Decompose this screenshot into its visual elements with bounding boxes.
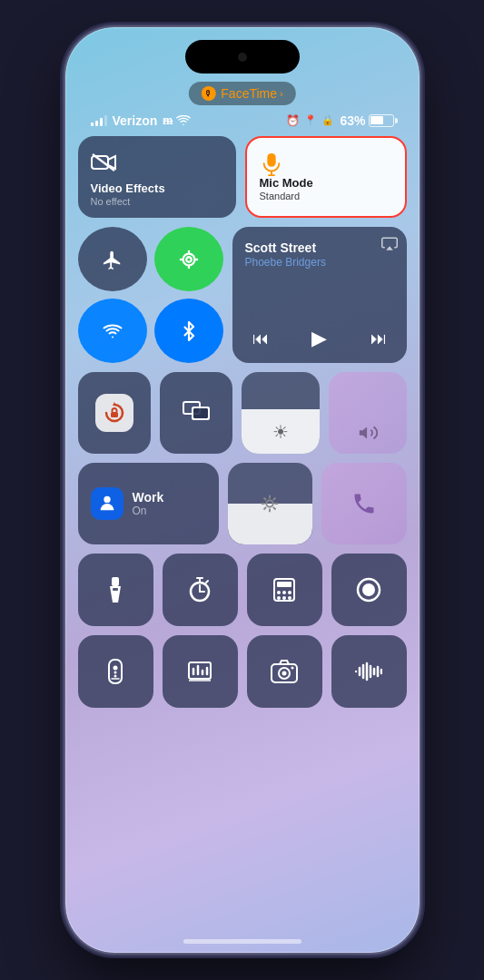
brightness-tile[interactable]: ☀ (242, 372, 320, 454)
facetime-mic-icon: 🎙 (201, 86, 215, 101)
soundcheck-tile[interactable] (331, 635, 407, 708)
svg-point-6 (186, 257, 192, 262)
flashlight-icon (105, 577, 125, 603)
soundcheck-icon (355, 662, 382, 681)
video-effects-subtitle: No effect (91, 196, 223, 207)
battery-percent: 63% (340, 113, 365, 128)
mic-mode-title: Mic Mode (260, 176, 392, 191)
artist-name: Phoebe Bridgers (245, 256, 394, 269)
cellular-button[interactable] (154, 227, 223, 291)
flashlight-tile[interactable] (78, 554, 153, 626)
svg-line-25 (273, 497, 276, 500)
timer-tile[interactable] (163, 554, 238, 626)
work-on-tile[interactable]: Work On (78, 463, 219, 544)
row-mid: Scott Street Phoebe Bridgers ⏮ ▶ ⏭ (78, 227, 407, 363)
airplane-mode-button[interactable] (78, 227, 147, 291)
person-icon (97, 494, 117, 514)
analytics-tile[interactable] (163, 635, 238, 708)
svg-rect-27 (112, 577, 119, 586)
svg-rect-15 (193, 407, 209, 419)
svg-point-39 (282, 591, 286, 594)
screen-record-tile[interactable] (331, 554, 407, 626)
phone-shell: 🎙 FaceTime › Verizon ᵯ︎ (65, 27, 420, 953)
work-text: Work On (133, 490, 164, 517)
facetime-label: FaceTime › (221, 86, 282, 101)
svg-marker-11 (386, 246, 393, 250)
svg-point-45 (362, 583, 375, 596)
calculator-icon (272, 577, 296, 603)
dynamic-island (185, 40, 300, 74)
screen-mirror-tile[interactable] (160, 372, 232, 454)
svg-line-23 (264, 497, 267, 500)
signal-bars (91, 115, 107, 126)
video-effects-tile[interactable]: Video Effects No effect (78, 136, 236, 218)
signal-bar-2 (95, 121, 98, 126)
camera-tile[interactable] (247, 635, 322, 708)
alarm-icon: ⏰ (286, 114, 300, 127)
phone-icon (351, 491, 377, 516)
svg-point-59 (282, 671, 287, 676)
connectivity-grid (78, 227, 223, 363)
remote-icon (107, 659, 123, 684)
airplay-icon[interactable] (381, 236, 398, 255)
svg-point-5 (183, 253, 194, 265)
svg-rect-2 (267, 153, 275, 167)
facetime-pill[interactable]: 🎙 FaceTime › (188, 82, 295, 105)
wifi-icon (176, 115, 191, 126)
lock-rotation-icon (103, 401, 126, 425)
status-left: Verizon ᵯ︎ (91, 113, 192, 128)
lock-status-icon: 🔒 (321, 114, 334, 126)
wifi-toggle-button[interactable] (78, 299, 147, 363)
wifi-toggle-icon (103, 323, 123, 339)
work-avatar (91, 487, 123, 520)
signal-bar-4 (104, 115, 107, 126)
music-info: Scott Street Phoebe Bridgers (245, 240, 394, 269)
song-title: Scott Street (245, 240, 394, 256)
airplay-svg (381, 236, 398, 252)
play-button[interactable]: ▶ (311, 327, 327, 350)
svg-point-41 (277, 596, 281, 600)
volume-icon (358, 423, 378, 443)
svg-point-42 (282, 596, 286, 600)
music-tile[interactable]: Scott Street Phoebe Bridgers ⏮ ▶ ⏭ (232, 227, 407, 363)
facetime-chevron: › (280, 88, 283, 99)
svg-rect-29 (113, 588, 118, 591)
camera-icon (271, 660, 298, 683)
svg-line-24 (273, 507, 276, 510)
svg-point-43 (288, 596, 291, 600)
svg-point-38 (277, 591, 281, 594)
calculator-tile[interactable] (247, 554, 322, 626)
status-bar: Verizon ᵯ︎ ⏰ 📍 🔒 63% (65, 113, 420, 128)
remote-tile[interactable] (78, 635, 153, 708)
orientation-lock-tile[interactable] (78, 372, 151, 454)
svg-rect-0 (92, 156, 108, 169)
svg-line-35 (206, 581, 208, 583)
video-effects-icon (91, 152, 223, 178)
orientation-lock-icon (95, 394, 133, 432)
home-indicator (183, 939, 301, 944)
video-effects-title: Video Effects (91, 181, 223, 196)
brightness-icon: ☀ (272, 421, 289, 443)
brightness-sun-icon (260, 494, 280, 514)
volume-tile[interactable] (329, 372, 407, 454)
row-icons-2 (78, 635, 407, 708)
mic-mode-tile[interactable]: Mic Mode Standard (245, 136, 407, 218)
rewind-button[interactable]: ⏮ (252, 329, 269, 348)
analytics-icon (187, 661, 212, 682)
bluetooth-icon (181, 321, 197, 341)
fast-forward-button[interactable]: ⏭ (370, 329, 387, 348)
bluetooth-button[interactable] (154, 299, 223, 363)
screen-mirror-icon (183, 401, 210, 425)
svg-rect-12 (111, 412, 118, 417)
signal-bar-3 (100, 118, 103, 126)
row-work: Work On (78, 463, 407, 544)
status-icons: ⏰ 📍 🔒 (286, 114, 334, 127)
row-icons-1 (78, 554, 407, 626)
svg-rect-37 (277, 582, 291, 587)
phone-tile[interactable] (321, 463, 407, 544)
control-center: Video Effects No effect Mic Mode Standar… (78, 136, 407, 926)
svg-point-18 (267, 500, 273, 506)
brightness-slider-tile[interactable] (228, 463, 313, 544)
cellular-icon (179, 250, 199, 270)
svg-point-47 (114, 666, 118, 671)
